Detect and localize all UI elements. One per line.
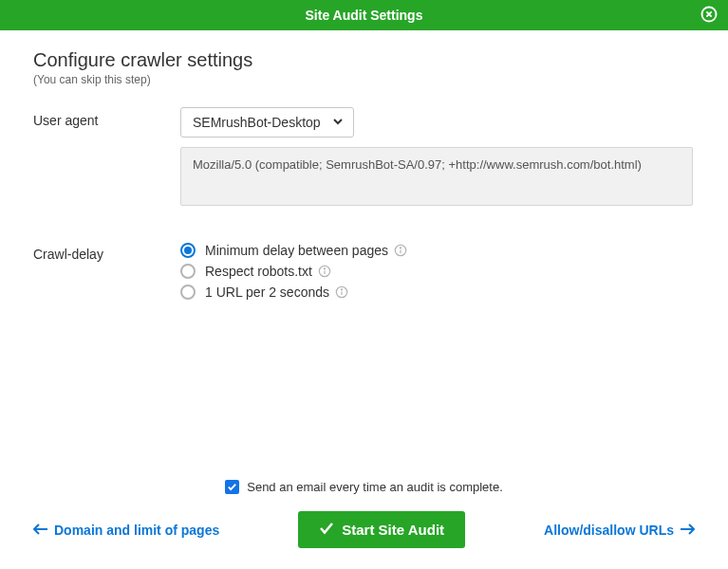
svg-point-4 <box>324 268 325 269</box>
arrow-left-icon <box>33 523 48 538</box>
crawl-delay-option-min[interactable]: Minimum delay between pages <box>180 243 695 258</box>
close-icon <box>700 6 718 26</box>
radio-icon <box>180 264 196 279</box>
start-audit-button[interactable]: Start Site Audit <box>298 511 465 548</box>
close-button[interactable] <box>700 6 719 25</box>
site-audit-settings-modal: Site Audit Settings Configure crawler se… <box>0 0 728 569</box>
info-icon[interactable] <box>394 244 407 257</box>
radio-icon <box>180 243 196 258</box>
user-agent-string-box[interactable]: Mozilla/5.0 (compatible; SemrushBot-SA/0… <box>180 147 693 206</box>
user-agent-label: User agent <box>33 107 180 128</box>
modal-title: Site Audit Settings <box>306 8 423 23</box>
arrow-right-icon <box>680 523 695 538</box>
radio-label: Respect robots.txt <box>205 264 312 279</box>
svg-point-2 <box>400 248 401 248</box>
chevron-down-icon <box>332 108 344 137</box>
section-title: Configure crawler settings <box>33 49 695 71</box>
info-icon[interactable] <box>335 285 348 299</box>
next-link-label: Allow/disallow URLs <box>544 523 674 538</box>
user-agent-select[interactable]: SEMrushBot-Desktop <box>180 107 354 138</box>
svg-point-6 <box>341 289 342 290</box>
user-agent-row: User agent SEMrushBot-Desktop Mozilla/5.… <box>33 107 695 209</box>
modal-footer: Send an email every time an audit is com… <box>0 480 728 569</box>
back-link-label: Domain and limit of pages <box>54 523 219 538</box>
radio-label: 1 URL per 2 seconds <box>205 284 329 300</box>
next-link[interactable]: Allow/disallow URLs <box>544 523 695 538</box>
info-icon[interactable] <box>318 265 331 278</box>
check-icon <box>319 521 334 539</box>
modal-body: Configure crawler settings (You can skip… <box>0 30 728 480</box>
email-checkbox-row: Send an email every time an audit is com… <box>33 480 695 494</box>
crawl-delay-option-robots[interactable]: Respect robots.txt <box>180 264 695 279</box>
crawl-delay-label: Crawl-delay <box>33 241 180 262</box>
user-agent-selected-value: SEMrushBot-Desktop <box>193 115 321 130</box>
check-icon <box>227 480 237 495</box>
section-subtitle: (You can skip this step) <box>33 73 695 86</box>
email-checkbox-label: Send an email every time an audit is com… <box>247 480 503 494</box>
radio-icon <box>180 284 196 300</box>
start-audit-label: Start Site Audit <box>342 522 444 538</box>
modal-header: Site Audit Settings <box>0 0 728 30</box>
user-agent-controls: SEMrushBot-Desktop Mozilla/5.0 (compatib… <box>180 107 695 209</box>
crawl-delay-option-1url2s[interactable]: 1 URL per 2 seconds <box>180 284 695 300</box>
back-link[interactable]: Domain and limit of pages <box>33 523 219 538</box>
footer-actions: Domain and limit of pages Start Site Aud… <box>33 511 695 548</box>
email-checkbox[interactable] <box>225 480 239 494</box>
crawl-delay-options: Minimum delay between pages Respect robo… <box>180 241 695 305</box>
radio-label: Minimum delay between pages <box>205 243 388 258</box>
crawl-delay-row: Crawl-delay Minimum delay between pages … <box>33 241 695 305</box>
